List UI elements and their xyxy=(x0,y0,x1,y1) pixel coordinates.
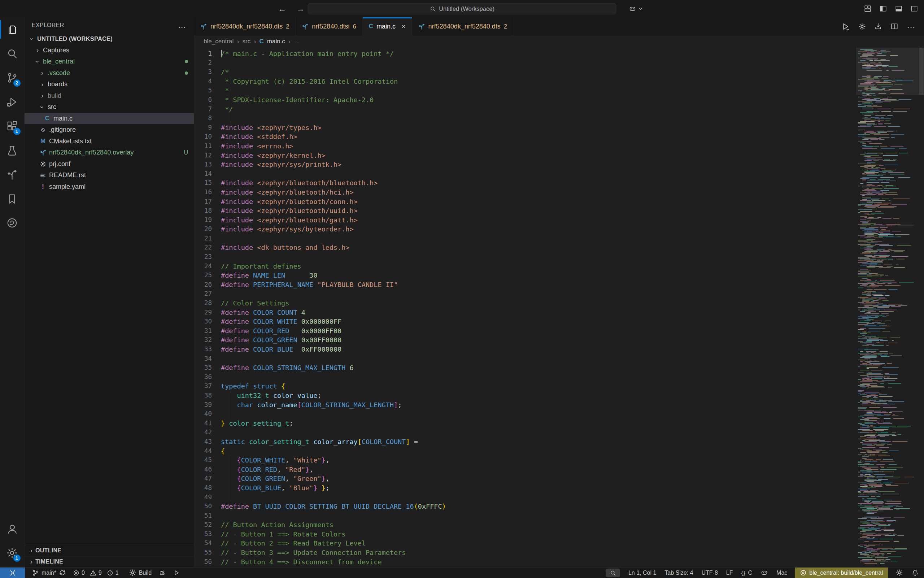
status-zoom-indicator[interactable] xyxy=(605,568,621,578)
scrollbar-thumb[interactable] xyxy=(919,48,924,95)
activity-nrf-devicetree[interactable] xyxy=(0,162,24,187)
code-line-24[interactable]: 24// Important defines xyxy=(194,262,856,271)
status-remote-indicator[interactable] xyxy=(0,568,25,578)
tree-item-prj.conf[interactable]: prj.conf xyxy=(24,159,194,170)
code-line-39[interactable]: 39 char color_name[COLOR_STRING_MAX_LENG… xyxy=(194,400,856,410)
breadcrumb-item[interactable]: … xyxy=(294,38,300,45)
minimap[interactable] xyxy=(856,48,918,567)
tab-main.c[interactable]: Cmain.c× xyxy=(363,17,412,36)
tree-item-build[interactable]: ›build xyxy=(24,90,194,102)
code-line-16[interactable]: 16#include <zephyr/bluetooth/hci.h> xyxy=(194,188,856,197)
tree-item-untitled-workspace-[interactable]: ›UNTITLED (WORKSPACE) xyxy=(24,33,194,45)
customize-layout-icon[interactable] xyxy=(864,5,872,13)
breadcrumb-item[interactable]: Cmain.c xyxy=(259,38,285,45)
status-nrf-build-config[interactable]: ble_central: build/ble_central xyxy=(795,568,888,578)
code-line-25[interactable]: 25#define NAME_LEN 30 xyxy=(194,271,856,280)
tree-item-.vscode[interactable]: ›.vscode xyxy=(24,68,194,79)
code-line-32[interactable]: 32#define COLOR_GREEN 0x00FF0000 xyxy=(194,335,856,345)
nrf-settings-icon[interactable] xyxy=(858,23,866,30)
code-line-45[interactable]: 45 {COLOR_WHITE, "White"}, xyxy=(194,456,856,465)
activity-settings[interactable]: 1 xyxy=(0,541,24,565)
tree-item-main.c[interactable]: Cmain.c xyxy=(24,113,194,125)
activity-run-and-debug[interactable] xyxy=(0,90,24,114)
status-eol[interactable]: LF xyxy=(726,568,734,578)
tree-item-readme.rst[interactable]: README.rst xyxy=(24,170,194,181)
vertical-scrollbar[interactable] xyxy=(918,48,924,567)
code-line-15[interactable]: 15#include <zephyr/bluetooth/bluetooth.h… xyxy=(194,179,856,188)
code-line-22[interactable]: 22#include <dk_buttons_and_leds.h> xyxy=(194,243,856,252)
code-line-27[interactable]: 27 xyxy=(194,289,856,299)
status-run-button[interactable] xyxy=(172,568,180,578)
status-git-branch[interactable]: main* xyxy=(31,568,66,578)
tree-item-nrf52840dk-nrf52840.overlay[interactable]: nrf52840dk_nrf52840.overlayU xyxy=(24,147,194,159)
explorer-more-actions-icon[interactable]: … xyxy=(178,23,186,27)
run-or-debug-icon[interactable] xyxy=(841,22,850,31)
status-nrf-quick-settings[interactable] xyxy=(895,568,904,578)
code-line-19[interactable]: 19#include <zephyr/bluetooth/gatt.h> xyxy=(194,216,856,225)
forward-icon[interactable]: → xyxy=(296,4,305,14)
code-line-52[interactable]: 52// Button Action Assignments xyxy=(194,520,856,529)
code-line-1[interactable]: 1/* main.c - Application main entry poin… xyxy=(194,49,856,58)
status-problems[interactable]: 091 xyxy=(72,568,122,578)
tree-item-ble-central[interactable]: ›ble_central xyxy=(24,56,194,68)
code-line-51[interactable]: 51 xyxy=(194,511,856,521)
activity-source-control[interactable]: 2 xyxy=(0,66,24,90)
code-line-10[interactable]: 10#include <stddef.h> xyxy=(194,132,856,141)
code-line-56[interactable]: 56// - Button 4 ==> Disconnect from devi… xyxy=(194,557,856,567)
code-line-11[interactable]: 11#include <errno.h> xyxy=(194,141,856,151)
code-line-49[interactable]: 49 xyxy=(194,493,856,502)
tab-nrf52840.dtsi[interactable]: nrf52840.dtsi6 xyxy=(296,17,362,36)
code-area[interactable]: 1/* main.c - Application main entry poin… xyxy=(194,48,924,567)
back-icon[interactable]: ← xyxy=(278,4,286,14)
activity-search[interactable] xyxy=(0,42,24,66)
code-line-6[interactable]: 6 * SPDX-License-Identifier: Apache-2.0 xyxy=(194,95,856,105)
code-line-47[interactable]: 47 {COLOR_GREEN, "Green"}, xyxy=(194,474,856,484)
code-line-18[interactable]: 18#include <zephyr/bluetooth/uuid.h> xyxy=(194,206,856,216)
tree-item-src[interactable]: ›src xyxy=(24,101,194,113)
activity-bookmarks[interactable] xyxy=(0,187,24,211)
copilot-menu[interactable] xyxy=(629,0,643,17)
section-timeline[interactable]: ›TIMELINE xyxy=(24,556,194,567)
code-line-14[interactable]: 14 xyxy=(194,169,856,179)
section-outline[interactable]: ›OUTLINE xyxy=(24,545,194,556)
code-line-26[interactable]: 26#define PERIPHERAL_NAME "PLAYBULB CAND… xyxy=(194,280,856,289)
tree-item-.gitignore[interactable]: .gitignore xyxy=(24,124,194,136)
tab-nrf52840dk-nrf52840.dts[interactable]: nrf52840dk_nrf52840.dts2 xyxy=(194,17,296,36)
code-line-34[interactable]: 34 xyxy=(194,354,856,364)
code-line-23[interactable]: 23 xyxy=(194,252,856,262)
code-line-5[interactable]: 5 * xyxy=(194,86,856,95)
status-encoding[interactable]: UTF-8 xyxy=(700,568,718,578)
nrf-flash-icon[interactable] xyxy=(874,23,882,30)
code-line-40[interactable]: 40 xyxy=(194,409,856,419)
status-copilot-status[interactable] xyxy=(760,568,769,578)
code-line-12[interactable]: 12#include <zephyr/kernel.h> xyxy=(194,151,856,160)
code-line-4[interactable]: 4 * Copyright (c) 2015-2016 Intel Corpor… xyxy=(194,77,856,86)
activity-nrf-kconfig[interactable] xyxy=(0,211,24,235)
code-line-13[interactable]: 13#include <zephyr/sys/printk.h> xyxy=(194,160,856,169)
code-line-17[interactable]: 17#include <zephyr/bluetooth/conn.h> xyxy=(194,197,856,206)
code-line-29[interactable]: 29#define COLOR_COUNT 4 xyxy=(194,308,856,317)
tree-item-boards[interactable]: ›boards xyxy=(24,79,194,90)
code-line-30[interactable]: 30#define COLOR_WHITE 0x000000FF xyxy=(194,317,856,326)
code-line-54[interactable]: 54// - Button 2 ==> Read Battery Level xyxy=(194,539,856,548)
breadcrumb-item[interactable]: ble_central xyxy=(204,38,233,45)
status-mac-item[interactable]: Mac xyxy=(776,568,788,578)
code-line-37[interactable]: 37typedef struct { xyxy=(194,382,856,391)
code-line-50[interactable]: 50#define BT_UUID_COLOR_SETTING BT_UUID_… xyxy=(194,502,856,511)
code-line-3[interactable]: 3/* xyxy=(194,68,856,77)
code-line-44[interactable]: 44{ xyxy=(194,446,856,456)
close-icon[interactable]: × xyxy=(401,23,406,31)
code-line-43[interactable]: 43static color_setting_t color_array[COL… xyxy=(194,437,856,446)
activity-accounts[interactable] xyxy=(0,516,24,541)
code-line-31[interactable]: 31#define COLOR_RED 0x0000FF00 xyxy=(194,326,856,336)
code-line-38[interactable]: 38 uint32_t color_value; xyxy=(194,391,856,400)
code-line-55[interactable]: 55// - Button 3 ==> Update Connection Pa… xyxy=(194,548,856,557)
tab-nrf52840dk-nrf52840.dts[interactable]: nrf52840dk_nrf52840.dts2 xyxy=(412,17,514,36)
code-line-48[interactable]: 48 {COLOR_BLUE, "Blue"} }; xyxy=(194,484,856,493)
code-line-42[interactable]: 42 xyxy=(194,428,856,437)
split-editor-icon[interactable] xyxy=(890,23,898,30)
minimap-slider[interactable] xyxy=(856,48,918,95)
status-notifications[interactable] xyxy=(911,568,920,578)
toggle-sidebar-icon[interactable] xyxy=(879,5,887,13)
code-line-35[interactable]: 35#define COLOR_STRING_MAX_LENGTH 6 xyxy=(194,363,856,373)
